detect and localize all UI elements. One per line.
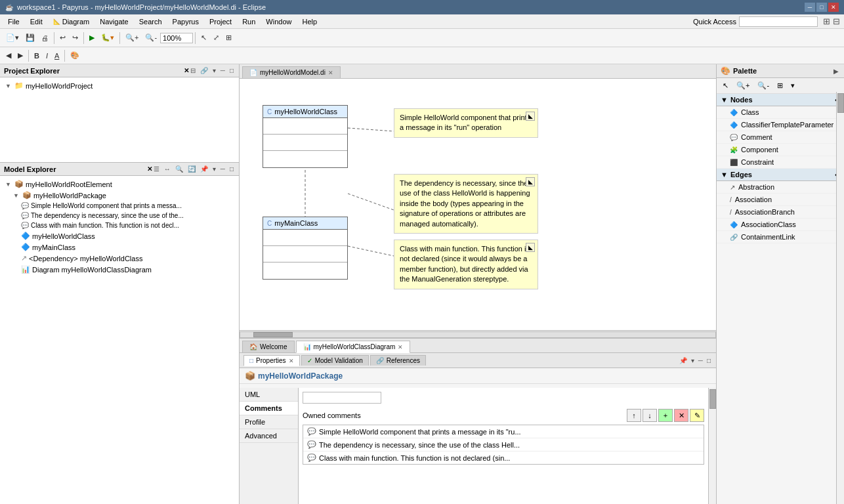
tree-class1[interactable]: 🔷 myHelloWorldClass [3, 230, 236, 242]
prop-maximize[interactable]: □ [706, 356, 712, 365]
save-button[interactable]: 💾 [23, 32, 37, 44]
comment-edit-button[interactable]: ✎ [690, 409, 704, 422]
model-filter-button[interactable]: 🔍 [174, 165, 184, 173]
menu-navigate[interactable]: Navigate [95, 16, 133, 27]
uml-class-main[interactable]: C myMainClass [263, 217, 348, 280]
tab-welcome[interactable]: 🏠 Welcome [242, 341, 295, 352]
underline-button[interactable]: A [52, 50, 62, 62]
zoom-input[interactable] [160, 33, 193, 43]
minimize-button[interactable]: ─ [805, 3, 815, 12]
menu-papyrus[interactable]: Papyrus [167, 16, 204, 27]
prop-menu[interactable]: ▾ [690, 356, 696, 365]
debug-button[interactable]: 🐛▾ [98, 32, 117, 44]
close-icon-model[interactable]: ✕ [147, 165, 152, 173]
tree-comment1[interactable]: 💬 Simple HelloWorld component that print… [3, 201, 236, 211]
tree-comment3[interactable]: 💬 Class with main function. This functio… [3, 220, 236, 230]
diagram-area[interactable]: C myHelloWorldClass C myMainClass Sim [240, 79, 716, 331]
palette-item-abstraction[interactable]: ↗ Abstraction [717, 181, 844, 194]
forward-button[interactable]: ▶ [15, 49, 26, 62]
comment-entry-2[interactable]: 💬 The dependency is necessary, since the… [303, 438, 704, 452]
maximize-button[interactable]: □ [816, 3, 827, 12]
menu-help[interactable]: Help [297, 16, 322, 27]
minimize-panel-button[interactable]: ─ [219, 66, 226, 75]
tab-properties[interactable]: □ Properties ✕ [243, 355, 300, 366]
palette-item-comment[interactable]: 💬 Comment [717, 131, 844, 144]
palette-scroll-thumb[interactable] [837, 93, 844, 113]
tree-diagram[interactable]: 📊 Diagram myHelloWorldClassDiagram [3, 264, 236, 275]
uml-class-hello[interactable]: C myHelloWorldClass [263, 105, 348, 168]
quick-access-input[interactable] [739, 16, 818, 27]
menu-window[interactable]: Window [261, 16, 297, 27]
model-sync-button[interactable]: 🔄 [186, 165, 197, 173]
perspective-button[interactable]: ⊞ [822, 16, 832, 27]
properties-close[interactable]: ✕ [289, 358, 294, 364]
comment-entry-1[interactable]: 💬 Simple HelloWorld component that print… [303, 425, 704, 438]
palette-item-component[interactable]: 🧩 Component [717, 144, 844, 156]
palette-select-tool[interactable]: ↖ [719, 79, 732, 92]
prop-tab-comments[interactable]: Comments [240, 402, 298, 415]
tooltip3-fold[interactable]: ◣ [526, 243, 535, 252]
menu-diagram[interactable]: 📐Diagram [48, 16, 95, 27]
tab-model-di[interactable]: 📄 myHelloWorldModel.di ✕ [242, 66, 341, 78]
palette-item-assoc-branch[interactable]: / AssociationBranch [717, 206, 844, 219]
back-button[interactable]: ◀ [3, 49, 14, 62]
color-button[interactable]: 🎨 [68, 49, 82, 62]
collapse-all-button[interactable]: ⊟ [189, 66, 197, 75]
prop-scroll-thumb[interactable] [709, 389, 716, 409]
model-link-button[interactable]: ↔ [163, 165, 172, 173]
zoom-out-button[interactable]: 🔍- [142, 32, 159, 44]
menu-run[interactable]: Run [237, 16, 261, 27]
palette-fit[interactable]: ⊞ [774, 79, 786, 92]
connect-button[interactable]: ⤢ [211, 32, 222, 44]
prop-tab-advanced[interactable]: Advanced [240, 429, 298, 443]
prop-minimize[interactable]: ─ [697, 356, 704, 365]
tooltip2-fold[interactable]: ◣ [526, 177, 535, 186]
h-scroll-thumb[interactable] [253, 332, 293, 337]
tree-dependency[interactable]: ↗ <Dependency> myHelloWorldClass [3, 253, 236, 264]
undo-button[interactable]: ↩ [57, 32, 68, 44]
palette-item-assoc-class[interactable]: 🔷 AssociationClass [717, 219, 844, 231]
model-minimize[interactable]: ─ [219, 165, 226, 173]
link-editor-button[interactable]: 🔗 [199, 66, 209, 75]
tab-class-diagram[interactable]: 📊 myHelloWorldClassDiagram ✕ [296, 341, 411, 353]
comment-down-button[interactable]: ↓ [643, 409, 657, 422]
diagram-tab-close[interactable]: ✕ [398, 344, 403, 350]
redo-button[interactable]: ↪ [70, 32, 81, 44]
menu-search[interactable]: Search [134, 16, 167, 27]
prop-tab-uml[interactable]: UML [240, 388, 298, 402]
comment-up-button[interactable]: ↑ [627, 409, 641, 422]
zoom-in-button[interactable]: 🔍+ [123, 32, 141, 44]
palette-item-constraint[interactable]: ⬛ Constraint [717, 156, 844, 169]
prop-name-input[interactable] [303, 392, 381, 404]
palette-edges-header[interactable]: ▼ Edges ⇔ [717, 169, 844, 181]
palette-zoom-out[interactable]: 🔍- [754, 79, 772, 92]
palette-pin[interactable]: ▶ [832, 67, 840, 75]
palette-item-class[interactable]: 🔷 Class [717, 106, 844, 119]
arrow-button[interactable]: ↖ [198, 32, 209, 44]
comment-delete-button[interactable]: ✕ [674, 409, 688, 422]
new-button[interactable]: 📄▾ [3, 32, 22, 44]
palette-zoom-in[interactable]: 🔍+ [733, 79, 753, 92]
menu-project[interactable]: Project [204, 16, 237, 27]
prop-pin[interactable]: 📌 [678, 356, 688, 365]
tree-root-element[interactable]: ▼ 📦 myHelloWorldRootElement [3, 178, 236, 190]
bold-button[interactable]: B [32, 50, 42, 62]
model-maximize[interactable]: □ [228, 165, 235, 173]
layout-button[interactable]: ⊞ [223, 32, 234, 44]
tab-di-close[interactable]: ✕ [328, 70, 333, 76]
palette-scrollbar[interactable] [836, 92, 844, 504]
tab-validation[interactable]: ✓ Model Validation [301, 355, 369, 366]
menu-file[interactable]: File [3, 16, 25, 27]
comment-add-button[interactable]: + [658, 409, 673, 422]
tree-comment2[interactable]: 💬 The dependency is necessary, since the… [3, 211, 236, 220]
italic-button[interactable]: I [43, 50, 51, 62]
project-tree[interactable]: ▼ 📁 myHelloWorldProject [0, 77, 239, 162]
tree-package[interactable]: ▼ 📦 myHelloWorldPackage [3, 190, 236, 201]
model-view-menu[interactable]: ▾ [211, 165, 217, 173]
tooltip1-fold[interactable]: ◣ [526, 112, 535, 121]
tree-item-project[interactable]: ▼ 📁 myHelloWorldProject [3, 80, 236, 91]
palette-nodes-header[interactable]: ▼ Nodes ⇔ [717, 94, 844, 106]
tree-class2[interactable]: 🔷 myMainClass [3, 242, 236, 253]
comment-entry-3[interactable]: 💬 Class with main function. This functio… [303, 452, 704, 464]
h-scrollbar[interactable] [240, 331, 716, 339]
